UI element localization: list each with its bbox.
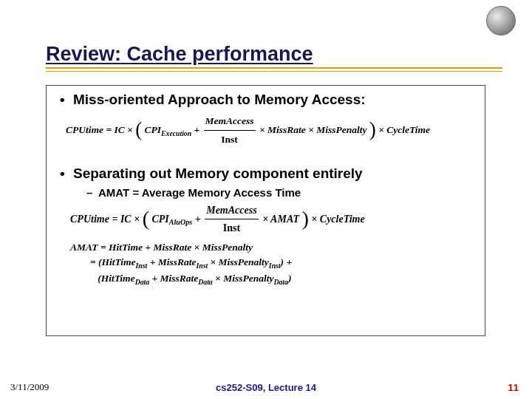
bullet-1: •Miss-oriented Approach to Memory Access… <box>60 92 476 108</box>
footer-center: cs252-S09, Lecture 14 <box>0 382 532 393</box>
equation-3: AMAT = HitTime + MissRate × MissPenalty … <box>70 240 476 287</box>
equation-1: CPUtime = IC × ( CPIExecution + MemAcces… <box>66 112 476 149</box>
title-block: Review: Cache performance <box>46 43 502 72</box>
content-frame: •Miss-oriented Approach to Memory Access… <box>46 85 485 336</box>
bullet-1-text: Miss-oriented Approach to Memory Access: <box>73 92 366 108</box>
bullet-2-sub: –AMAT = Average Memory Access Time <box>86 186 476 199</box>
footer: 3/11/2009 cs252-S09, Lecture 14 11 <box>0 380 532 393</box>
title-underline <box>46 67 502 72</box>
seal-logo <box>486 6 516 35</box>
slide-title: Review: Cache performance <box>46 43 502 66</box>
footer-page-number: 11 <box>508 382 519 393</box>
equation-2: CPUtime = IC × ( CPIAluOps + MemAccessIn… <box>70 202 476 238</box>
bullet-2-text: Separating out Memory component entirely <box>73 166 363 182</box>
bullet-2-sub-text: AMAT = Average Memory Access Time <box>98 186 301 199</box>
bullet-2: •Separating out Memory component entirel… <box>60 166 476 182</box>
